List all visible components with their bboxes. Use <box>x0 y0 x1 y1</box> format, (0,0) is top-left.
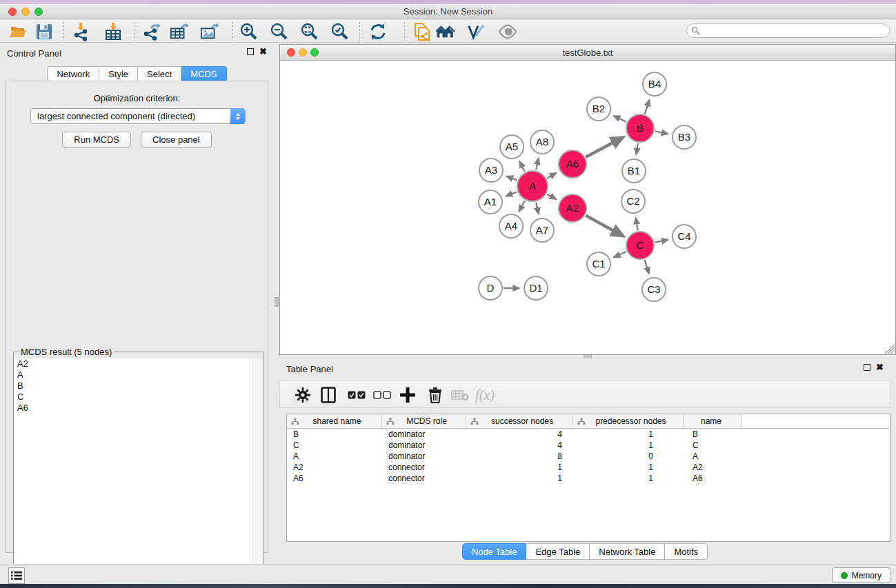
edge-A-A8[interactable] <box>536 158 539 170</box>
edge-C-C1[interactable] <box>614 252 626 257</box>
node-C[interactable]: C <box>626 232 654 259</box>
zoom-out-icon[interactable] <box>270 22 289 41</box>
hide-graphics-details-icon[interactable] <box>466 22 486 41</box>
cell[interactable]: 1 <box>573 463 684 472</box>
close-panel-icon[interactable]: ✖ <box>876 364 884 371</box>
node-D[interactable]: D <box>479 276 502 300</box>
delete-table-icon[interactable] <box>450 385 470 405</box>
cell[interactable]: 1 <box>573 440 684 450</box>
node-D1[interactable]: D1 <box>524 276 548 300</box>
edge-B-B1[interactable] <box>636 143 637 154</box>
tab-network-table[interactable]: Network Table <box>590 543 665 560</box>
edge-A-A3[interactable] <box>506 176 517 181</box>
table-row[interactable]: Adominator80A <box>287 451 890 462</box>
search-input[interactable] <box>704 25 884 37</box>
network-canvas[interactable]: B4B2BB3A8A5A6A3B1AA1C2A2A4A7C4CC1C3DD1 <box>280 61 895 354</box>
cell[interactable]: 1 <box>466 474 573 483</box>
open-file-icon[interactable] <box>8 22 28 41</box>
cell[interactable]: 0 <box>573 452 684 461</box>
cell[interactable]: connector <box>382 474 466 483</box>
edge-A-A4[interactable] <box>519 201 524 212</box>
result-item[interactable]: A6 <box>14 403 252 414</box>
cell[interactable]: 1 <box>573 474 684 483</box>
float-panel-icon[interactable] <box>247 48 254 55</box>
edge-A-A5[interactable] <box>519 161 525 172</box>
node-B1[interactable]: B1 <box>622 159 646 183</box>
tab-mcds[interactable]: MCDS <box>181 66 226 81</box>
node-C1[interactable]: C1 <box>587 252 610 276</box>
result-item[interactable]: C <box>14 392 252 403</box>
save-session-icon[interactable] <box>34 22 54 41</box>
cell[interactable]: 4 <box>466 440 573 450</box>
cell[interactable]: 8 <box>466 452 573 461</box>
result-item[interactable]: B <box>14 381 252 392</box>
table-row[interactable]: Cdominator41C <box>287 440 890 451</box>
cell[interactable]: A6 <box>287 474 382 483</box>
cell[interactable]: dominator <box>382 429 466 439</box>
column-header-successor-nodes[interactable]: successor nodes <box>466 414 573 428</box>
column-header-shared-name[interactable]: shared name <box>287 414 382 428</box>
result-item[interactable]: A2 <box>14 358 252 369</box>
cell[interactable]: A2 <box>684 463 742 472</box>
add-column-icon[interactable] <box>397 385 418 405</box>
edge-A2-C[interactable] <box>586 216 624 236</box>
cell[interactable]: C <box>684 440 742 450</box>
export-image-icon[interactable] <box>200 22 219 41</box>
tab-style[interactable]: Style <box>99 66 138 81</box>
edge-A-A7[interactable] <box>536 202 539 214</box>
cell[interactable]: A6 <box>684 474 742 483</box>
cell[interactable]: B <box>287 429 382 439</box>
cell[interactable]: connector <box>382 463 466 472</box>
cell[interactable]: dominator <box>382 452 466 461</box>
close-panel-icon[interactable]: ✖ <box>259 48 267 55</box>
network-window-titlebar[interactable]: testGlobe.txt <box>280 45 895 61</box>
node-C4[interactable]: C4 <box>673 225 696 248</box>
cell[interactable]: B <box>684 429 742 439</box>
tab-motifs[interactable]: Motifs <box>665 543 708 560</box>
show-graphics-details-icon[interactable] <box>498 22 517 41</box>
zoom-in-icon[interactable] <box>239 22 259 41</box>
edge-A-A1[interactable] <box>506 192 517 196</box>
task-history-button[interactable] <box>8 567 25 584</box>
cell[interactable]: 1 <box>466 463 573 472</box>
table-row[interactable]: Bdominator41B <box>287 429 890 440</box>
edge-C-C3[interactable] <box>645 260 649 274</box>
memory-button[interactable]: Memory <box>832 567 890 583</box>
node-A2[interactable]: A2 <box>559 194 586 222</box>
node-A8[interactable]: A8 <box>530 130 554 154</box>
cell[interactable]: A <box>684 452 742 461</box>
export-table-icon[interactable] <box>170 22 189 41</box>
deselect-all-icon[interactable] <box>372 385 392 405</box>
close-panel-button[interactable]: Close panel <box>141 132 212 148</box>
new-network-from-selection-icon[interactable] <box>412 22 432 41</box>
tab-node-table[interactable]: Node Table <box>462 543 527 560</box>
node-A3[interactable]: A3 <box>479 159 503 182</box>
edge-A-A6[interactable] <box>547 173 556 178</box>
function-builder-icon[interactable]: f(x) <box>475 385 495 405</box>
column-header-predecessor-nodes[interactable]: predecessor nodes <box>573 414 684 428</box>
result-item[interactable]: A <box>14 369 252 381</box>
tab-edge-table[interactable]: Edge Table <box>526 543 590 560</box>
cell[interactable]: dominator <box>382 440 466 450</box>
import-table-icon[interactable] <box>103 22 123 41</box>
zoom-fit-icon[interactable] <box>300 22 319 41</box>
edge-B-B4[interactable] <box>645 100 650 114</box>
cell[interactable]: C <box>287 440 382 450</box>
node-A5[interactable]: A5 <box>500 135 524 159</box>
resize-grip-icon[interactable] <box>885 344 895 354</box>
delete-column-icon[interactable] <box>425 385 446 405</box>
node-A6[interactable]: A6 <box>559 150 586 178</box>
result-scrollbar[interactable] <box>252 358 262 585</box>
cell[interactable]: A <box>287 452 382 461</box>
node-C3[interactable]: C3 <box>642 278 666 301</box>
column-header-name[interactable]: name <box>684 414 742 428</box>
node-A1[interactable]: A1 <box>479 190 502 214</box>
edge-B-B2[interactable] <box>614 116 626 122</box>
first-neighbors-icon[interactable] <box>436 22 455 41</box>
zoom-selected-icon[interactable] <box>330 22 350 41</box>
table-row[interactable]: A6connector11A6 <box>287 473 890 484</box>
node-table[interactable]: shared nameMCDS rolesuccessor nodesprede… <box>286 414 890 542</box>
node-A[interactable]: A <box>517 171 548 201</box>
cell[interactable]: A2 <box>287 463 382 472</box>
run-mcds-button[interactable]: Run MCDS <box>62 132 131 148</box>
